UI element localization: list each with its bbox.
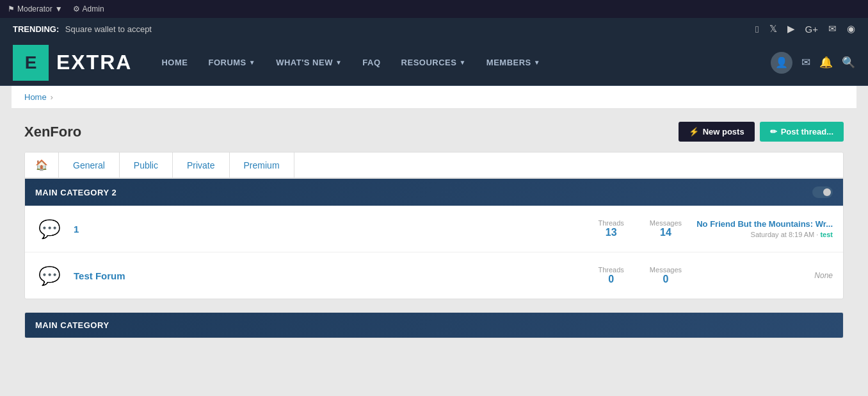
rss-icon[interactable]: ◉ [847,23,855,35]
tab-home[interactable]: 🏠 [25,153,59,177]
threads-count-1: 13 [606,227,617,238]
nav-whats-new-label: WHAT'S NEW [276,58,333,67]
trending-bar: TRENDING: Square wallet to accept  𝕏 ▶ … [0,18,868,40]
forum-row-2: 💬 Test Forum Threads 0 Messages 0 None [25,252,843,299]
logo-letter: E [25,53,37,73]
forum-info-1: 1 [74,224,588,235]
forum-row-1: 💬 1 Threads 13 Messages 14 No Friend But… [25,206,843,252]
avatar[interactable]: 👤 [771,52,792,74]
stat-messages-2: Messages 0 [650,266,682,285]
nav-resources-label: RESOURCES [401,58,457,67]
tab-public-label: Public [134,160,158,170]
post-thread-label: Post thread... [781,127,833,136]
forum-name-2[interactable]: Test Forum [74,270,125,281]
messages-count-1: 14 [660,227,671,238]
nav-links: HOME FORUMS ▼ WHAT'S NEW ▼ FAQ RESOURCES… [152,53,771,72]
moderator-label: Moderator [17,4,52,13]
new-posts-button[interactable]: ⚡ New posts [679,122,755,142]
admin-gear-icon: ⚙ [73,4,80,13]
twitter-icon[interactable]: 𝕏 [769,23,777,35]
forum-title: XenForo [24,124,81,140]
category-title-1: MAIN CATEGORY 2 [35,188,117,197]
messages-count-2: 0 [663,274,668,285]
moderator-menu[interactable]: ⚑ Moderator ▼ [8,4,63,13]
tab-premium-label: Premium [244,160,280,170]
logo-link[interactable]: E EXTRA [13,45,132,81]
threads-count-2: 0 [608,274,614,285]
forum-icon-active-1: 💬 [35,215,63,243]
content-wrapper: Home › XenForo ⚡ New posts ✏ Post thread… [12,86,856,351]
home-tab-icon: 🏠 [35,159,48,171]
category-title-2: MAIN CATEGORY [35,320,109,330]
trending-text: Square wallet to accept [65,24,152,34]
logo-text: EXTRA [56,51,132,74]
last-post-user-1[interactable]: test [820,231,833,238]
main-nav: E EXTRA HOME FORUMS ▼ WHAT'S NEW ▼ FAQ R… [0,40,868,86]
nav-home-label: HOME [161,58,188,67]
stat-threads-2: Threads 0 [599,266,624,285]
threads-label-2: Threads [599,266,624,274]
tab-public[interactable]: Public [120,153,173,177]
logo-box: E [13,45,49,81]
breadcrumb-separator: › [51,93,53,102]
breadcrumb: Home › [12,86,856,109]
stat-messages-1: Messages 14 [650,219,682,238]
alerts-icon[interactable]: 🔔 [819,56,833,69]
nav-members[interactable]: MEMBERS ▼ [478,53,549,72]
forum-info-2: Test Forum [74,270,588,281]
search-icon[interactable]: 🔍 [842,56,855,69]
tab-private[interactable]: Private [173,153,230,177]
forum-header-row: XenForo ⚡ New posts ✏ Post thread... [24,122,844,142]
nav-forums[interactable]: FORUMS ▼ [199,53,264,72]
main-content: XenForo ⚡ New posts ✏ Post thread... 🏠 G… [12,109,856,351]
moderator-icon: ⚑ [8,4,15,13]
last-post-1: No Friend But the Mountains: Wr... Satur… [692,219,833,238]
facebook-icon[interactable]:  [755,24,759,35]
category-block-2: MAIN CATEGORY [24,312,844,338]
last-post-2: None [692,271,833,280]
tab-premium[interactable]: Premium [230,153,294,177]
new-posts-label: New posts [703,127,744,136]
youtube-icon[interactable]: ▶ [787,23,795,35]
forum-stats-2: Threads 0 Messages 0 [599,266,682,285]
tab-general[interactable]: General [59,153,120,177]
lightning-icon: ⚡ [689,127,699,136]
last-post-title-1[interactable]: No Friend But the Mountains: Wr... [692,219,833,229]
admin-bar: ⚑ Moderator ▼ ⚙ Admin [0,0,868,18]
nav-forums-label: FORUMS [208,58,246,67]
admin-label: Admin [83,4,104,13]
messages-label-1: Messages [650,219,682,227]
members-arrow-icon: ▼ [534,59,540,66]
googleplus-icon[interactable]: G+ [805,24,818,35]
nav-whats-new[interactable]: WHAT'S NEW ▼ [267,53,351,72]
stat-threads-1: Threads 13 [599,219,624,238]
forums-arrow-icon: ▼ [249,59,255,66]
resources-arrow-icon: ▼ [459,59,465,66]
nav-resources[interactable]: RESOURCES ▼ [392,53,475,72]
forum-tabs: 🏠 General Public Private Premium [24,152,844,178]
category-block-1: MAIN CATEGORY 2 💬 1 Threads 13 Messages … [24,178,844,299]
post-thread-edit-icon: ✏ [770,127,777,136]
tab-general-label: General [73,160,105,170]
breadcrumb-home-link[interactable]: Home [24,92,47,102]
nav-faq[interactable]: FAQ [353,53,389,72]
threads-label-1: Threads [599,219,624,227]
last-post-meta-1: Saturday at 8:19 AM · test [692,231,833,238]
moderator-arrow: ▼ [55,4,63,13]
category-toggle-1[interactable] [812,186,833,198]
forum-actions: ⚡ New posts ✏ Post thread... [679,122,844,142]
email-icon[interactable]: ✉ [828,23,837,35]
category-header-1: MAIN CATEGORY 2 [25,179,843,206]
post-thread-button[interactable]: ✏ Post thread... [760,122,844,142]
tab-private-label: Private [187,160,215,170]
category-header-2: MAIN CATEGORY [25,313,843,338]
forum-name-1[interactable]: 1 [74,224,79,235]
nav-right: 👤 ✉ 🔔 🔍 [771,52,855,74]
messages-icon[interactable]: ✉ [801,56,810,69]
nav-home[interactable]: HOME [152,53,197,72]
forum-icon-inactive-2: 💬 [35,261,63,290]
messages-label-2: Messages [650,266,682,274]
last-post-none-2: None [814,271,833,280]
social-icons:  𝕏 ▶ G+ ✉ ◉ [755,23,855,35]
admin-menu[interactable]: ⚙ Admin [73,4,104,13]
